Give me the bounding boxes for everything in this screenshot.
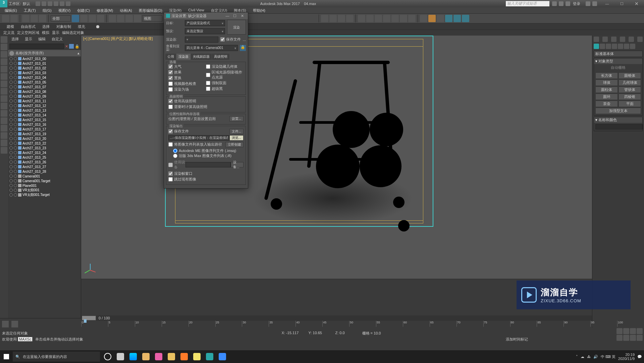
pin-taskview[interactable] [115,351,126,362]
scene-row[interactable]: VR太阳001.Target [8,193,81,197]
scene-row[interactable]: VR太阳001 [8,188,81,193]
menu-animation[interactable]: 动画(A) [117,7,135,13]
systems-icon[interactable] [630,44,635,49]
ribbon-freeform[interactable]: 自由形式 [21,24,36,29]
out-imsq-radio[interactable] [173,149,177,153]
out-ifl-radio[interactable] [173,154,177,158]
opt-fields-check[interactable] [168,87,173,92]
geometry-icon[interactable] [594,44,599,49]
scene-row[interactable]: Arch27_013_05 [8,80,81,85]
opt-atmos-check[interactable] [168,64,173,69]
save-icon[interactable] [48,1,52,6]
material-editor-button[interactable] [420,15,427,22]
lt-10[interactable] [1,103,7,109]
timeline-ruler[interactable]: 0510152025303540455055606570758085909510… [81,321,644,327]
scene-row[interactable]: Arch27_013_16 [8,122,81,127]
spacewarps-icon[interactable] [624,44,629,49]
pin-3dsmax[interactable] [204,351,215,362]
primitive-button[interactable]: 四棱锥 [619,94,641,100]
create-tab-icon[interactable] [594,37,599,42]
ribbon-objectpaint[interactable]: 对象绘制 [56,24,71,29]
ribbon-selection[interactable]: 选择 [42,24,50,29]
freeze-icon[interactable] [14,95,17,98]
selection-filter-dropdown[interactable]: 全部 [51,15,71,21]
dtab-raytrace[interactable]: 光线跟踪器 [191,54,212,60]
lt-7[interactable] [1,81,7,87]
freeze-icon[interactable] [14,109,17,112]
refcoord-dropdown[interactable]: 视图 [142,15,162,21]
script-label[interactable]: MAXSc [18,337,33,342]
scene-row[interactable]: Arch27_013_11 [8,99,81,103]
curve-editor-button[interactable] [400,15,407,22]
orbit-button[interactable] [623,335,629,341]
scene-row[interactable]: Arch27_013_26 [8,160,81,164]
opt-displace-check[interactable] [168,76,173,80]
out-save-check[interactable] [168,129,173,134]
adv-use-check[interactable] [168,99,173,103]
renderer-dropdown[interactable] [185,37,218,43]
lights-icon[interactable] [606,44,611,49]
percent-snap-button[interactable] [338,15,345,22]
layer-button[interactable] [383,15,390,22]
visibility-icon[interactable] [9,85,13,89]
dialog-titlebar[interactable]: 渲染设置: 缺少渲染器 — ☐ ✕ [164,12,248,19]
dtab-advlight[interactable]: 高级照明 [212,54,229,60]
subtab-editsel[interactable]: 编辑选定对象 [62,30,84,35]
select-object-button[interactable] [72,15,79,22]
tray-cloud-icon[interactable]: ☁ [581,355,584,359]
freeze-icon[interactable] [14,127,17,131]
visibility-icon[interactable] [9,142,13,145]
scale-button[interactable] [125,15,133,22]
freeze-icon[interactable] [14,66,17,70]
lt-3[interactable] [1,51,7,58]
scene-row[interactable]: Arch27_013_04 [8,75,81,80]
walk-button[interactable] [637,335,643,341]
workspace-name[interactable]: 默认 [21,1,32,6]
visibility-icon[interactable] [9,174,13,178]
lt-4[interactable] [1,58,7,65]
new-icon[interactable] [36,1,40,6]
scene-row[interactable]: Arch27_013_27 [8,164,81,169]
visibility-icon[interactable] [9,95,13,98]
scene-row[interactable]: Arch27_013_19 [8,132,81,136]
filter-layers-icon[interactable] [2,321,9,327]
scene-row[interactable]: Arch27_013_02 [8,66,81,70]
primitive-button[interactable]: 圆锥体 [619,72,641,79]
visibility-icon[interactable] [9,90,13,93]
rotate-button[interactable] [117,15,124,22]
ribbon-button[interactable] [391,15,399,22]
helpers-icon[interactable] [618,44,623,49]
freeze-icon[interactable] [14,90,17,93]
subtab-defineidle[interactable]: 定义空闲区域 [17,30,39,35]
primitive-type-dropdown[interactable]: 标准基本体 [594,51,643,57]
scene-mode-select[interactable]: 选择 [11,37,19,42]
scene-row[interactable]: Arch27_013_28 [8,169,81,174]
visibility-icon[interactable] [9,76,13,79]
visibility-icon[interactable] [9,165,13,168]
ribbon-rec-icon[interactable]: ⏺ [95,24,100,29]
freeze-icon[interactable] [14,62,17,65]
out-device-input[interactable] [185,162,231,167]
freeze-icon[interactable] [14,113,17,117]
shapes-icon[interactable] [600,44,605,49]
user-icon[interactable] [566,1,570,6]
lt-1[interactable] [1,36,7,43]
subtab-display[interactable]: 显示 [52,30,59,35]
freeze-icon[interactable] [14,132,17,136]
display-tab-icon[interactable] [629,37,634,42]
pin-baidu[interactable] [217,351,228,362]
subtab-defineflow[interactable]: 定义流 [3,30,14,35]
menu-grapheditors[interactable]: 图形编辑器(D) [136,7,165,13]
out-device-button[interactable]: 设备... [231,162,244,167]
redo-icon[interactable] [60,1,64,6]
ribbon-populate[interactable]: 填充 [78,24,85,29]
lt-5[interactable] [1,66,7,72]
freeze-icon[interactable] [14,165,17,168]
lt-14[interactable] [1,132,7,139]
spinner-snap-button[interactable] [346,15,354,22]
scene-row[interactable]: Arch27_013_01 [8,61,81,66]
unlink-button[interactable] [31,15,38,22]
render-iterative-button[interactable] [453,15,461,22]
exchange-icon[interactable] [586,1,590,6]
select-name-button[interactable] [80,15,88,22]
